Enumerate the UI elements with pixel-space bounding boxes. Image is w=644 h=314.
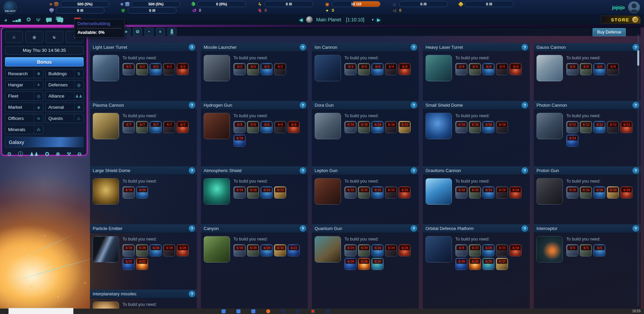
taskbar-app-icon[interactable] (236, 309, 240, 313)
defense-image[interactable] (536, 178, 563, 205)
requirement-icon[interactable]: 0/12 (274, 186, 286, 198)
help-button[interactable]: ? (522, 225, 528, 232)
requirement-icon[interactable]: 0/17 (496, 258, 508, 270)
requirement-icon[interactable]: 0/5 (566, 244, 578, 256)
requirement-icon[interactable]: 0/24 (358, 244, 370, 256)
requirement-icon[interactable]: 0/12 (398, 121, 411, 133)
prev-planet-arrow-icon[interactable]: ◀ (299, 17, 303, 22)
requirement-icon[interactable]: 0/22 (288, 244, 300, 256)
requirement-icon[interactable]: 0/20 (136, 244, 148, 256)
requirement-icon[interactable]: 0/18 (580, 186, 592, 198)
requirement-icon[interactable]: 0/20 (247, 244, 259, 256)
chevron-up2-icon[interactable]: « (156, 28, 165, 36)
defense-image[interactable] (204, 55, 230, 81)
requirement-icon[interactable]: 0/20 (482, 258, 495, 270)
help-button[interactable]: ? (300, 102, 306, 108)
scrollbar-thumb[interactable] (637, 50, 639, 66)
requirement-icon[interactable]: 0/16 (247, 186, 259, 198)
help-button[interactable]: ? (189, 44, 195, 50)
requirement-icon[interactable]: 0/20 (163, 244, 175, 256)
requirement-icon[interactable]: 0/20 (260, 244, 273, 256)
sidebar-item-fleet[interactable]: Fleet◎ (5, 91, 43, 101)
requirement-icon[interactable]: 0/10 (136, 186, 148, 198)
sidebar-item-quests[interactable]: Quests⚠ (45, 114, 84, 123)
requirement-icon[interactable]: 0/4 (344, 63, 356, 75)
requirement-icon[interactable]: 0/7 (163, 121, 175, 133)
requirement-icon[interactable]: 0/5 (593, 244, 605, 256)
chevron-up3-icon[interactable]: ⋘ (167, 28, 177, 36)
medal2-icon[interactable]: ✪ (45, 151, 49, 157)
requirement-icon[interactable]: 0/24 (371, 244, 384, 256)
requirement-icon[interactable]: 0/18 (566, 186, 578, 198)
tool-button-eye-icon[interactable]: ◉ (25, 31, 43, 43)
content-scrollbar[interactable] (637, 34, 639, 307)
sidebar-item-minerals[interactable]: Minerals⁂ (5, 125, 43, 134)
tool-button-sword-icon[interactable]: ⚔ (5, 31, 23, 43)
help-button[interactable]: ? (300, 44, 306, 50)
requirement-icon[interactable]: 0/4 (385, 63, 397, 75)
bonus-button[interactable]: Bonus (5, 57, 84, 66)
taskbar-app-icon[interactable] (326, 309, 330, 313)
help-button[interactable]: ? (411, 102, 417, 108)
defense-image[interactable] (536, 113, 563, 139)
defense-image[interactable] (204, 236, 230, 263)
help-button[interactable]: ? (522, 167, 528, 174)
help-button[interactable]: ? (411, 225, 417, 232)
defense-image[interactable] (204, 113, 230, 139)
requirement-icon[interactable]: 0/4 (482, 63, 495, 75)
help-button[interactable]: ? (411, 167, 417, 174)
chat-icon[interactable] (46, 18, 52, 22)
taskbar-app-icon[interactable] (311, 309, 315, 313)
requirement-icon[interactable]: 0/22 (122, 258, 135, 270)
requirement-icon[interactable]: 0/8 (233, 121, 246, 133)
requirement-icon[interactable]: 0/30 (455, 258, 467, 270)
requirement-icon[interactable]: 0/10 (358, 121, 370, 133)
sidebar-item-galaxy[interactable]: Galaxy (5, 137, 84, 147)
sidebar-item-alliance[interactable]: Alliance♟♟ (45, 91, 84, 101)
requirement-icon[interactable]: 0/2 (233, 63, 246, 75)
requirement-icon[interactable]: 0/12 (566, 121, 578, 133)
requirement-icon[interactable]: 0/7 (136, 121, 148, 133)
help-button[interactable]: ? (300, 167, 306, 174)
gear-icon[interactable]: ⚙ (7, 151, 12, 157)
defense-image[interactable] (93, 236, 119, 263)
requirement-icon[interactable]: 0/18 (455, 186, 467, 198)
requirement-icon[interactable]: 0/7 (177, 121, 189, 133)
chats-icon[interactable] (57, 18, 63, 22)
trophy-icon[interactable]: Ψ (36, 17, 41, 23)
wreath-icon[interactable]: ❂ (133, 28, 142, 36)
help-button[interactable]: ? (189, 291, 195, 297)
requirement-icon[interactable]: 0/18 (593, 186, 605, 198)
requirement-icon[interactable]: 0/4 (358, 63, 370, 75)
defense-image[interactable] (315, 236, 341, 263)
requirement-icon[interactable]: 0/26 (358, 258, 370, 270)
next-planet-arrow-icon[interactable]: ▶ (377, 17, 381, 22)
requirement-icon[interactable]: 0/26 (482, 244, 495, 256)
defense-image[interactable] (426, 178, 452, 205)
pie-chart-icon[interactable]: ◕ (4, 17, 7, 23)
requirement-icon[interactable]: 0/10 (344, 121, 356, 133)
requirement-icon[interactable]: 0/22 (136, 258, 148, 270)
requirement-icon[interactable]: 0/6 (566, 63, 578, 75)
requirement-icon[interactable]: 0/2 (136, 63, 148, 75)
defense-image[interactable] (315, 55, 341, 81)
requirement-icon[interactable]: 0/14 (566, 134, 578, 147)
defense-image[interactable] (93, 301, 119, 309)
defense-image[interactable] (426, 236, 452, 263)
requirement-icon[interactable]: 0/8 (455, 244, 467, 256)
sidebar-item-defenses[interactable]: Defenses◍ (45, 80, 84, 89)
planet-name[interactable]: Main Planet (316, 17, 341, 22)
defense-image[interactable] (536, 55, 563, 81)
defense-image[interactable] (426, 113, 452, 139)
defense-image[interactable] (315, 113, 341, 139)
requirement-icon[interactable]: 0/18 (469, 186, 481, 198)
sidebar-item-market[interactable]: Market◈ (5, 103, 43, 112)
sidebar-item-research[interactable]: Research❋ (5, 69, 43, 78)
requirement-icon[interactable]: 0/23 (469, 244, 481, 256)
sidebar-item-officers[interactable]: Officers≋ (5, 114, 43, 123)
help-button[interactable]: ? (189, 225, 195, 232)
requirement-icon[interactable]: 0/6 (607, 63, 619, 75)
sidebar-item-arsenal[interactable]: Arsenal✺ (45, 103, 84, 112)
tool-button-orbit-icon[interactable]: ☯ (46, 31, 64, 43)
requirement-icon[interactable]: 0/12 (580, 121, 592, 133)
